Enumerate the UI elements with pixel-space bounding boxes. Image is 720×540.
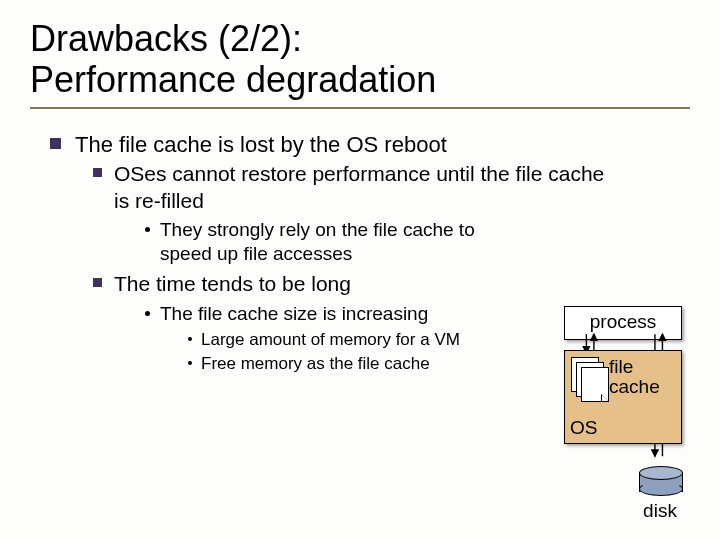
bullet-text: Free memory as the file cache [201,353,430,374]
square-bullet-icon [93,168,102,177]
disk-icon: disk [638,466,682,522]
bullet-l2: The time tends to be long [93,271,690,297]
process-box: process [564,306,682,340]
bullet-text: Large amount of memory for a VM [201,329,460,350]
dot-bullet-icon [145,311,150,316]
os-label: OS [570,417,597,439]
bullet-text: OSes cannot restore performance until th… [114,161,614,214]
disk-label: disk [638,500,682,522]
dot-bullet-icon [188,361,192,365]
dot-bullet-icon [145,227,150,232]
bullet-l2: OSes cannot restore performance until th… [93,161,690,214]
bullet-text: The file cache is lost by the OS reboot [75,131,447,159]
bullet-text: They strongly rely on the file cache to … [160,218,510,266]
bullet-l3: They strongly rely on the file cache to … [145,218,690,266]
bullet-l1: The file cache is lost by the OS reboot [50,131,690,159]
dot-bullet-icon [188,337,192,341]
diagram: process file cache OS disk [564,306,682,522]
slide-title: Drawbacks (2/2): Performance degradation [30,18,690,101]
slide: Drawbacks (2/2): Performance degradation… [0,0,720,540]
bullet-text: The time tends to be long [114,271,351,297]
bullet-text: The file cache size is increasing [160,302,428,326]
file-cache-label: file cache [609,357,660,397]
process-label: process [590,311,657,332]
cylinder-icon [639,466,681,496]
square-bullet-icon [50,138,61,149]
title-block: Drawbacks (2/2): Performance degradation [30,18,690,109]
os-box: file cache OS [564,350,682,444]
square-bullet-icon [93,278,102,287]
